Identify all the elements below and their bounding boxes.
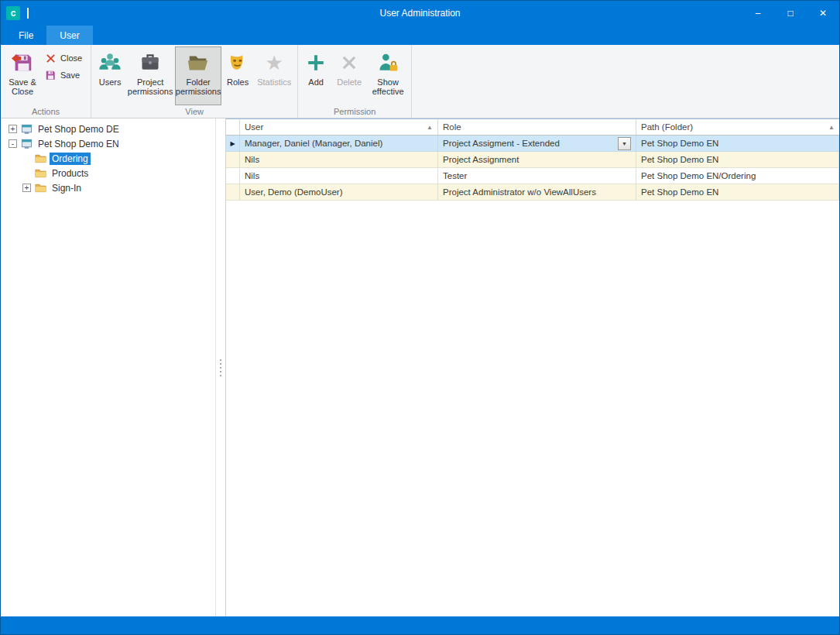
project-permissions-button[interactable]: Project permissions [127,46,173,105]
permissions-grid: User ▲ Role Path (Folder) ▲ ▶ Manager, D… [225,118,839,616]
ribbon-group-actions: Save & Close Close [1,45,91,118]
add-button[interactable]: Add [301,46,331,105]
tree-expander-placeholder [22,154,31,163]
close-label: Close [60,53,82,63]
project-permissions-label: Project permissions [128,77,173,96]
grid-row[interactable]: Nils Tester Pet Shop Demo EN/Ordering [226,168,839,184]
star-icon: ★ [262,50,286,75]
tree-item-pet-shop-demo-en[interactable]: - Pet Shop Demo EN [1,136,215,151]
close-button[interactable]: Close [42,50,88,67]
folder-icon [34,167,46,180]
cell-user[interactable]: Nils [240,152,438,167]
cell-role-combo[interactable]: Project Assigment - Extended ▼ [438,136,636,151]
grid-empty-area [226,201,839,616]
tree-item-label[interactable]: Pet Shop Demo DE [36,123,122,136]
roles-label: Roles [227,77,249,87]
tree-item-sign-in[interactable]: + Sign-In [1,180,215,195]
tree-item-ordering[interactable]: Ordering [1,151,215,166]
ribbon-tab-row: File User [1,26,839,45]
group-label-view: View [94,106,295,118]
cell-role[interactable]: Project Assignment [438,152,636,167]
folder-icon [34,182,46,194]
mask-icon [225,50,250,75]
column-header-path[interactable]: Path (Folder) ▲ [636,119,839,135]
roles-button[interactable]: Roles [223,46,252,105]
tree-item-label[interactable]: Sign-In [50,182,84,194]
save-and-close-button[interactable]: Save & Close [4,46,41,105]
tree-expander-icon[interactable]: + [22,184,31,192]
folder-icon [34,153,46,165]
sort-ascending-icon: ▲ [427,124,433,131]
tree-item-pet-shop-demo-de[interactable]: + Pet Shop Demo DE [1,122,215,136]
cell-path[interactable]: Pet Shop Demo EN [636,136,839,151]
delete-button: Delete [332,46,366,105]
tree-item-label[interactable]: Pet Shop Demo EN [36,138,122,150]
folder-tree: + Pet Shop Demo DE - Pet Shop Demo EN Or… [1,118,216,616]
cell-role[interactable]: Project Administrator w/o ViewAllUsers [438,184,636,200]
ribbon-group-view: Users Project permissions [91,45,298,118]
cell-role[interactable]: Tester [438,168,636,184]
tree-item-products[interactable]: Products [1,166,215,180]
ribbon-group-permission: Add Delete [298,45,412,118]
tree-expander-icon[interactable]: + [9,125,17,133]
project-icon [20,123,33,136]
person-lock-icon [375,50,400,75]
grid-row[interactable]: Nils Project Assignment Pet Shop Demo EN [226,152,839,168]
delete-label: Delete [337,77,362,87]
row-indicator-icon: ▶ [226,136,240,151]
cell-path[interactable]: Pet Shop Demo EN [636,184,839,200]
cell-user[interactable]: User, Demo (DemoUser) [240,184,438,200]
users-button[interactable]: Users [94,46,125,105]
column-header-role-label: Role [443,122,461,132]
column-header-user[interactable]: User ▲ [240,119,438,135]
column-header-user-label: User [245,122,263,132]
grid-row-selected[interactable]: ▶ Manager, Daniel (Manager, Daniel) Proj… [226,136,839,152]
status-bar [1,616,839,634]
column-header-role[interactable]: Role [438,119,636,135]
save-label: Save [60,70,80,80]
tree-expander-placeholder [22,169,31,177]
users-icon [98,50,122,75]
open-folder-icon [186,50,211,75]
briefcase-icon [138,50,163,75]
group-label-actions: Actions [3,106,88,118]
cell-user[interactable]: Nils [240,168,438,184]
project-icon [20,138,33,150]
cell-path[interactable]: Pet Shop Demo EN [636,152,839,167]
tab-user[interactable]: User [46,26,92,45]
main-content: + Pet Shop Demo DE - Pet Shop Demo EN Or… [1,118,839,616]
tab-file[interactable]: File [5,26,46,45]
close-window-button[interactable]: ✕ [807,1,839,26]
show-effective-button[interactable]: Show effective [368,46,408,105]
delete-icon [337,50,362,75]
window-title: User Administration [1,8,839,19]
text-cursor-artifact [27,8,29,19]
tree-item-label-selected[interactable]: Ordering [50,153,91,165]
row-indicator-cell [226,168,240,184]
group-label-permission: Permission [300,106,409,118]
folder-permissions-label: Folder permissions [176,77,221,96]
ribbon: Save & Close Close [1,45,839,118]
tree-item-label[interactable]: Products [50,167,91,180]
row-indicator-cell [226,152,240,167]
splitter-handle-icon [220,359,221,376]
row-indicator-cell [226,184,240,200]
title-bar[interactable]: c User Administration – □ ✕ [1,1,839,26]
cell-user[interactable]: Manager, Daniel (Manager, Daniel) [240,136,438,151]
show-effective-label: Show effective [371,77,405,96]
save-and-close-label: Save & Close [7,77,38,96]
statistics-label: Statistics [257,77,291,87]
save-icon [44,69,57,81]
window-controls: – □ ✕ [742,1,839,26]
grid-row[interactable]: User, Demo (DemoUser) Project Administra… [226,184,839,201]
minimize-button[interactable]: – [742,1,774,26]
cell-path[interactable]: Pet Shop Demo EN/Ordering [636,168,839,184]
dropdown-button[interactable]: ▼ [618,137,631,150]
app-icon: c [6,6,20,20]
folder-permissions-button[interactable]: Folder permissions [175,46,221,105]
save-button[interactable]: Save [42,67,88,84]
panel-splitter[interactable] [216,118,225,616]
tree-collapse-icon[interactable]: - [9,139,17,148]
maximize-button[interactable]: □ [774,1,807,26]
window: c User Administration – □ ✕ File User [0,0,840,635]
